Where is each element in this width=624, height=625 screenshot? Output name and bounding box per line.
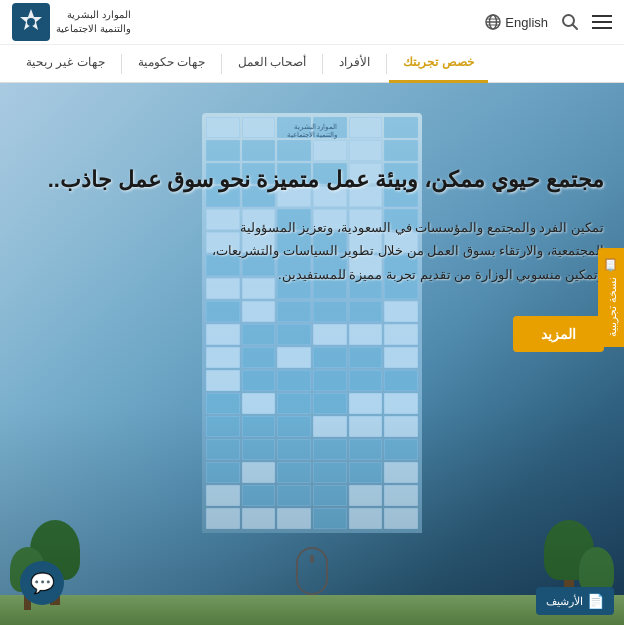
- nav-item-nonprofit[interactable]: جهات غير ربحية: [12, 45, 119, 83]
- nav-item-government[interactable]: جهات حكومية: [124, 45, 219, 83]
- nav-item-employers[interactable]: أصحاب العمل: [224, 45, 320, 83]
- hero-description: تمكين الفرد والمجتمع والمؤسسات في السعود…: [184, 216, 604, 286]
- nav-item-individuals[interactable]: الأفراد: [325, 45, 384, 83]
- hero-content: مجتمع حيوي ممكن، وبيئة عمل متميزة نحو سو…: [20, 163, 604, 352]
- hamburger-icon[interactable]: [592, 15, 612, 29]
- logo-icon: [12, 3, 50, 41]
- more-button[interactable]: المزيد: [513, 316, 604, 352]
- chat-button[interactable]: 💬: [20, 561, 64, 605]
- beta-tab-label: نسخة تجريبية: [605, 277, 618, 337]
- header: English الموارد البشرية والتنمية الاجتما…: [0, 0, 624, 45]
- header-left: English: [485, 8, 612, 36]
- beta-tab[interactable]: 📋 نسخة تجريبية: [598, 248, 624, 347]
- search-icon[interactable]: [556, 8, 584, 36]
- nav-divider: [386, 54, 387, 74]
- archive-icon: 📄: [587, 593, 604, 609]
- logo: الموارد البشرية والتنمية الاجتماعية: [12, 3, 131, 41]
- svg-line-1: [573, 25, 578, 30]
- svg-point-9: [27, 18, 35, 26]
- hero-title: مجتمع حيوي ممكن، وبيئة عمل متميزة نحو سو…: [20, 163, 604, 196]
- scroll-dot: [310, 555, 314, 563]
- language-selector[interactable]: English: [485, 14, 548, 30]
- scroll-indicator: [296, 547, 328, 595]
- chat-icon: 💬: [30, 571, 55, 595]
- beta-tab-icon: 📋: [604, 258, 618, 273]
- logo-text: الموارد البشرية والتنمية الاجتماعية: [56, 8, 131, 36]
- hero-section: الموارد البشرية والتنمية الاجتماعية 📋: [0, 83, 624, 625]
- main-nav: خصص تجربتك الأفراد أصحاب العمل جهات حكوم…: [0, 45, 624, 83]
- nav-divider-3: [221, 54, 222, 74]
- nav-item-customize[interactable]: خصص تجربتك: [389, 45, 487, 83]
- nav-divider-4: [121, 54, 122, 74]
- language-label: English: [505, 15, 548, 30]
- archive-tab[interactable]: 📄 الأرشيف: [536, 587, 614, 615]
- nav-divider-2: [322, 54, 323, 74]
- archive-label: الأرشيف: [546, 595, 583, 608]
